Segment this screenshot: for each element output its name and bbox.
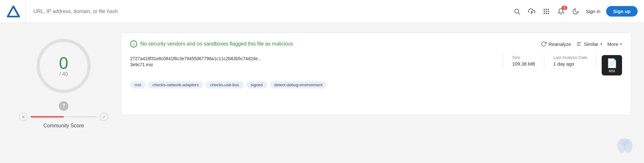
svg-rect-5 xyxy=(544,9,545,10)
svg-line-3 xyxy=(518,13,520,14)
score-text: 0 / 40 xyxy=(59,55,68,77)
score-panel: 0 / 40 ? ✕ ✓ Community Score xyxy=(13,32,115,129)
file-size-value: 109.38 MB xyxy=(512,61,536,67)
more-label: More xyxy=(607,41,618,47)
sign-in-button[interactable]: Sign in xyxy=(586,9,600,14)
status-text: No security vendors and no sandboxes fla… xyxy=(140,41,293,47)
analysis-date-label: Last Analysis Date xyxy=(553,55,587,60)
svg-point-2 xyxy=(515,9,519,13)
tag-checks-usb-bus[interactable]: checks-usb-bus xyxy=(206,81,243,89)
tag-detect-debug-environment[interactable]: detect-debug-environment xyxy=(270,81,327,89)
svg-rect-8 xyxy=(544,11,545,12)
tag-checks-network-adapters[interactable]: checks-network-adapters xyxy=(148,81,203,89)
score-bar xyxy=(31,116,97,117)
dislike-button[interactable]: ✕ xyxy=(19,113,27,121)
file-icon-book: 📄 xyxy=(606,58,618,68)
question-icon: ? xyxy=(59,101,68,111)
similar-icon xyxy=(576,41,582,47)
community-score-area: ? ✕ ✓ Community Score xyxy=(13,101,115,129)
svg-line-1 xyxy=(13,6,19,17)
community-score-label: Community Score xyxy=(43,123,84,129)
malwarebytes-logo-svg xyxy=(615,136,634,155)
file-meta-area: Size 109.38 MB Last Analysis Date 1 day … xyxy=(503,55,622,75)
notification-count: 8 xyxy=(562,6,567,10)
score-total: / 40 xyxy=(59,71,68,77)
virustotal-logo[interactable] xyxy=(6,4,20,18)
search-bar[interactable] xyxy=(31,9,292,14)
malwarebytes-logo xyxy=(615,136,634,157)
score-bar-row: ✕ ✓ xyxy=(19,113,108,121)
file-size-label: Size xyxy=(512,55,536,60)
similar-button[interactable]: Similar ▾ xyxy=(576,41,602,47)
file-type-icon: 📄 MSI xyxy=(602,55,622,75)
similar-label: Similar xyxy=(584,41,598,47)
svg-point-20 xyxy=(620,138,629,146)
reanalyze-label: Reanalyze xyxy=(549,41,571,47)
file-name: 3e9c71.msi xyxy=(130,62,495,67)
svg-rect-10 xyxy=(548,11,549,12)
check-circle-icon: ✓ xyxy=(130,40,137,47)
tags-row: msi checks-network-adapters checks-usb-b… xyxy=(130,81,622,89)
tag-msi[interactable]: msi xyxy=(130,81,145,89)
status-bar: ✓ No security vendors and no sandboxes f… xyxy=(130,40,622,47)
header: 8 Sign in Sign up xyxy=(0,0,644,23)
svg-rect-12 xyxy=(546,13,547,14)
status-message: ✓ No security vendors and no sandboxes f… xyxy=(130,40,293,47)
svg-rect-6 xyxy=(546,9,547,10)
score-number: 0 xyxy=(59,55,68,71)
file-hash: 2727a418f31e8c0841f8c3e79455067798a1c11c… xyxy=(130,55,495,62)
tag-signed[interactable]: signed xyxy=(246,81,267,89)
file-size-item: Size 109.38 MB xyxy=(503,55,545,67)
dark-mode-icon[interactable] xyxy=(571,7,580,16)
svg-rect-7 xyxy=(548,9,549,10)
notifications-icon[interactable]: 8 xyxy=(556,7,565,16)
svg-rect-9 xyxy=(546,11,547,12)
action-buttons: Reanalyze Similar ▾ More ▾ xyxy=(541,41,622,47)
more-button[interactable]: More ▾ xyxy=(607,41,622,47)
upload-icon[interactable] xyxy=(527,7,536,16)
more-chevron-icon: ▾ xyxy=(620,42,622,46)
svg-rect-13 xyxy=(548,13,549,14)
sign-up-button[interactable]: Sign up xyxy=(606,6,638,17)
reanalyze-button[interactable]: Reanalyze xyxy=(541,41,571,47)
similar-chevron-icon: ▾ xyxy=(600,42,602,46)
main-content: 0 / 40 ? ✕ ✓ Community Score ✓ No securi… xyxy=(0,23,644,138)
file-info-row: 2727a418f31e8c0841f8c3e79455067798a1c11c… xyxy=(130,55,622,75)
apps-icon[interactable] xyxy=(542,7,551,16)
header-actions: 8 Sign in Sign up xyxy=(513,6,638,17)
analysis-date-value: 1 day ago xyxy=(553,61,587,67)
analysis-date-item: Last Analysis Date 1 day ago xyxy=(544,55,597,67)
file-panel: ✓ No security vendors and no sandboxes f… xyxy=(121,32,631,115)
file-hash-area: 2727a418f31e8c0841f8c3e79455067798a1c11c… xyxy=(130,55,503,67)
logo-area xyxy=(6,0,26,23)
score-circle: 0 / 40 xyxy=(33,36,94,96)
file-ext-label: MSI xyxy=(609,69,615,73)
svg-rect-11 xyxy=(544,13,545,14)
search-icon[interactable] xyxy=(513,7,522,16)
like-button[interactable]: ✓ xyxy=(100,113,108,121)
search-input[interactable] xyxy=(33,9,289,14)
reanalyze-icon xyxy=(541,41,547,47)
